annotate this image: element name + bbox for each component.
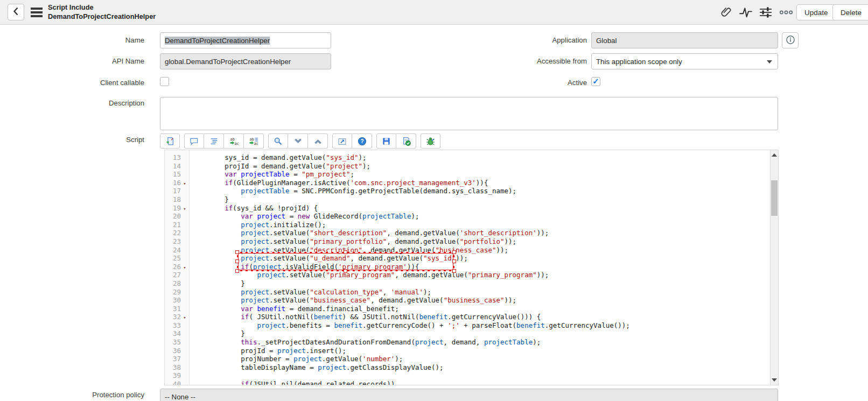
attachment-paperclip-icon[interactable] xyxy=(719,5,733,20)
line-number: 32 xyxy=(165,313,181,321)
hamburger-menu-icon[interactable] xyxy=(31,8,43,19)
gutter-line: 32▾ xyxy=(165,313,189,321)
code-line[interactable]: project.setValue("primary_portfolio", de… xyxy=(192,237,770,246)
code-line[interactable]: } xyxy=(192,279,770,288)
scroll-up-arrow-icon[interactable] xyxy=(772,153,777,157)
personalize-sliders-icon[interactable] xyxy=(759,5,773,20)
line-number: 36 xyxy=(165,347,181,355)
replace-icon[interactable]: abac xyxy=(224,133,244,149)
activity-stream-icon[interactable] xyxy=(739,5,753,20)
gutter-line: 15 xyxy=(165,170,189,179)
line-number: 24 xyxy=(165,246,181,255)
code-line[interactable]: projNumber = project.getValue('number'); xyxy=(192,355,770,363)
script-label: Script xyxy=(58,136,144,144)
code-line[interactable]: var benefit = demand.financial_benefit; xyxy=(192,305,770,313)
line-number: 17 xyxy=(165,187,181,195)
find-previous-icon[interactable] xyxy=(308,133,328,149)
gutter-line: 26▾ xyxy=(165,263,189,271)
line-number: 29 xyxy=(165,288,181,297)
api-name-label: API Name xyxy=(58,57,144,65)
code-line[interactable]: project.initialize(); xyxy=(192,221,770,229)
application-info-button[interactable] xyxy=(782,32,799,48)
line-number: 13 xyxy=(165,153,181,162)
gutter-line: 14 xyxy=(165,162,189,171)
editor-scrollbar[interactable] xyxy=(770,150,778,385)
gutter-line: 35 xyxy=(165,338,189,347)
accessible-from-select[interactable]: This application scope only xyxy=(591,53,778,69)
code-line[interactable]: if(project.isValidField('primary_program… xyxy=(192,263,770,271)
help-icon[interactable]: ? xyxy=(352,133,372,149)
back-button[interactable] xyxy=(8,4,24,20)
line-number: 30 xyxy=(165,296,181,305)
gutter-line: 36 xyxy=(165,347,189,355)
protection-policy-field[interactable]: -- None -- xyxy=(160,389,778,401)
active-checkbox[interactable]: ✓ xyxy=(591,77,600,86)
debug-icon[interactable] xyxy=(421,133,440,149)
line-number: 34 xyxy=(165,329,181,338)
line-number: 37 xyxy=(165,355,181,363)
api-name-field[interactable]: global.DemandToProjectCreationHelper xyxy=(160,53,331,69)
update-button[interactable]: Update xyxy=(796,4,836,20)
page-title: Script Include xyxy=(48,3,156,12)
open-fullscreen-icon[interactable] xyxy=(332,133,352,149)
toggle-syntax-editor-icon[interactable] xyxy=(160,133,180,149)
replace-all-icon[interactable]: abac xyxy=(244,133,264,149)
gutter-line: 13 xyxy=(165,153,189,162)
gutter-line: 39 xyxy=(165,371,189,380)
line-number: 25 xyxy=(165,254,181,263)
gutter-line: 34 xyxy=(165,329,189,338)
svg-text:ab: ab xyxy=(230,137,234,141)
code-line[interactable]: var project = new GlideRecord(projectTab… xyxy=(192,212,770,221)
code-line[interactable]: sys_id = demand.getValue("sys_id"); xyxy=(192,153,770,162)
code-line[interactable]: project.benefits = benefit.getCurrencyCo… xyxy=(192,321,770,330)
application-field[interactable]: Global xyxy=(591,32,778,48)
code-line[interactable]: project.setValue("primary_program", dema… xyxy=(192,271,770,279)
code-line[interactable]: project.setValue("description", demand.g… xyxy=(192,246,770,255)
code-lines[interactable]: sys_id = demand.getValue("sys_id"); proj… xyxy=(190,150,770,385)
line-number: 26 xyxy=(165,263,181,271)
code-line[interactable]: tableDisplayName = project.getClassDispl… xyxy=(192,363,770,372)
client-callable-checkbox[interactable] xyxy=(160,77,169,86)
code-line[interactable]: if(sys_id && !projId) { xyxy=(192,204,770,213)
gutter-line: 29 xyxy=(165,288,189,297)
code-line[interactable]: } xyxy=(192,195,770,204)
name-label: Name xyxy=(58,36,144,44)
line-number: 40 xyxy=(165,380,181,385)
toggle-comment-icon[interactable] xyxy=(184,133,204,149)
code-line[interactable] xyxy=(192,371,770,380)
name-input[interactable]: DemandToProjectCreationHelper xyxy=(160,32,331,48)
name-value-selected: DemandToProjectCreationHelper xyxy=(165,37,270,45)
code-line[interactable]: this._setProjectDatesAndDurationFromDema… xyxy=(192,338,770,347)
find-next-icon[interactable] xyxy=(288,133,308,149)
gutter-line: 30 xyxy=(165,296,189,305)
syntax-check-icon[interactable] xyxy=(396,133,416,149)
code-line[interactable]: if(JSUtil.nil(demand.related_records)) xyxy=(192,380,770,385)
more-options-icon[interactable] xyxy=(779,5,793,20)
save-icon[interactable] xyxy=(376,133,396,149)
search-icon[interactable] xyxy=(268,133,288,149)
chevron-down-icon xyxy=(767,60,772,64)
code-line[interactable]: projectTable = SNC.PPMConfig.getProjectT… xyxy=(192,187,770,195)
code-line[interactable]: if( JSUtil.notNil(benefit) && JSUtil.not… xyxy=(192,313,770,321)
gutter-line: 19▾ xyxy=(165,204,189,213)
line-number: 15 xyxy=(165,170,181,179)
description-textarea[interactable] xyxy=(160,97,778,130)
scroll-down-arrow-icon[interactable] xyxy=(772,378,777,382)
code-line[interactable]: var projectTable = "pm_project"; xyxy=(192,170,770,179)
gutter-line: 27 xyxy=(165,271,189,279)
code-line[interactable]: projId = project.insert(); xyxy=(192,347,770,355)
code-line[interactable]: project.setValue("business_case", demand… xyxy=(192,296,770,305)
code-line[interactable]: project.setValue("short_description", de… xyxy=(192,229,770,237)
line-number: 22 xyxy=(165,229,181,237)
script-code-editor[interactable]: 13141516▾171819▾20212223242526▾272829303… xyxy=(164,150,779,385)
scrollbar-thumb[interactable] xyxy=(771,180,778,216)
code-line[interactable]: project.setValue("calculation_type", 'ma… xyxy=(192,288,770,297)
delete-button[interactable]: Delete xyxy=(832,4,868,20)
gutter-line: 22 xyxy=(165,229,189,237)
format-code-icon[interactable] xyxy=(204,133,224,149)
code-line[interactable]: if(GlidePluginManager.isActive('com.snc.… xyxy=(192,179,770,187)
gutter-line: 37 xyxy=(165,355,189,363)
code-line[interactable]: } xyxy=(192,329,770,338)
code-line[interactable]: projId = demand.getValue("project"); xyxy=(192,162,770,171)
code-line[interactable]: project.setValue("u_demand", demand.getV… xyxy=(192,254,770,263)
